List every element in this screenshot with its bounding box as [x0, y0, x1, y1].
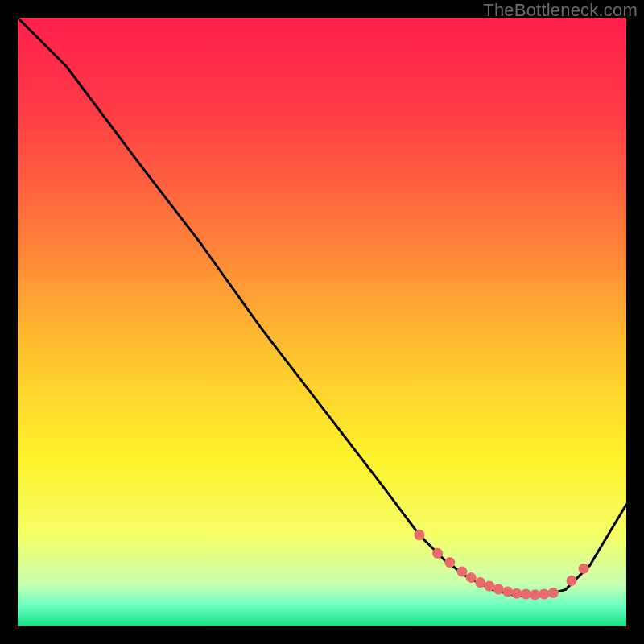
chart-marker-dot: [444, 557, 455, 568]
chart-marker-dot: [530, 589, 540, 600]
chart-marker-dot: [484, 581, 494, 592]
chart-stage: TheBottleneck.com: [0, 0, 644, 644]
chart-plot: [18, 18, 626, 626]
chart-marker-dot: [475, 577, 485, 588]
chart-background: [18, 18, 626, 626]
chart-marker-dot: [502, 586, 513, 597]
chart-svg: [18, 18, 626, 626]
chart-marker-dot: [539, 588, 549, 599]
chart-marker-dot: [579, 564, 589, 574]
chart-marker-dot: [511, 588, 522, 599]
chart-marker-dot: [415, 530, 425, 540]
watermark-text: TheBottleneck.com: [483, 0, 638, 21]
chart-marker-dot: [548, 588, 559, 598]
chart-marker-dot: [521, 588, 531, 599]
chart-marker-dot: [456, 567, 467, 577]
chart-marker-dot: [466, 572, 477, 583]
chart-marker-dot: [567, 576, 577, 586]
chart-marker-dot: [493, 584, 504, 594]
chart-marker-dot: [432, 548, 443, 559]
